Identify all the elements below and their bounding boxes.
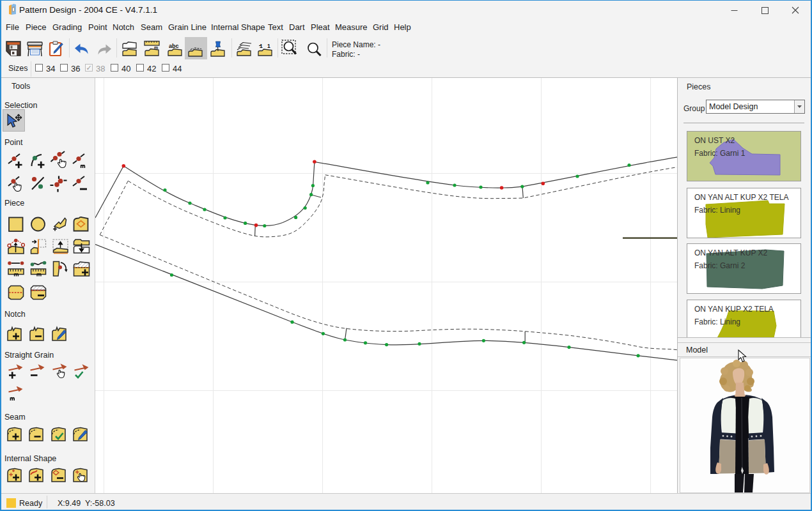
svg-text:1: 1 <box>267 43 270 49</box>
svg-text:abc: abc <box>169 43 179 49</box>
